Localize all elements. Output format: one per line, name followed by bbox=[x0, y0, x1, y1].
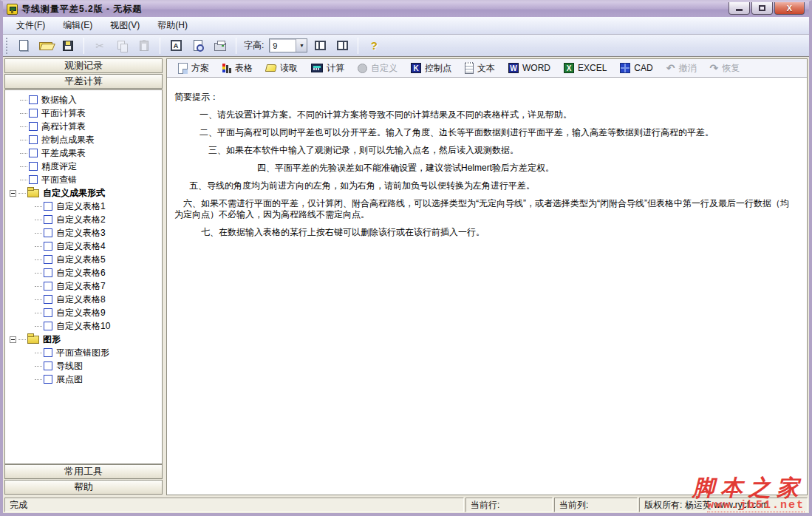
tree-item-point-plot[interactable]: 展点图 bbox=[10, 373, 162, 386]
checkbox-icon[interactable] bbox=[44, 215, 52, 224]
checkbox-icon[interactable] bbox=[44, 202, 52, 211]
tree-item-custom-table-1[interactable]: 自定义表格1 bbox=[10, 200, 162, 213]
font-size-combobox[interactable]: 9 ▼ bbox=[269, 38, 307, 52]
calculator-icon bbox=[311, 64, 323, 72]
tree-item-custom-table-5[interactable]: 自定义表格5 bbox=[10, 253, 162, 266]
maximize-button[interactable] bbox=[751, 2, 773, 15]
word-export-button[interactable]: WWORD bbox=[502, 60, 557, 76]
status-message: 完成 bbox=[4, 498, 464, 512]
close-button[interactable]: X bbox=[774, 2, 805, 15]
toolbar-gripper[interactable] bbox=[6, 38, 8, 54]
checkbox-icon[interactable] bbox=[44, 228, 52, 237]
maximize-icon bbox=[759, 5, 765, 11]
app-window: 导线测量平差5.2版 - 无标题 X 文件(F) 编辑(E) 视图(V) 帮助(… bbox=[0, 0, 812, 516]
minimize-button[interactable] bbox=[729, 2, 750, 15]
checkbox-icon[interactable] bbox=[29, 175, 38, 184]
font-letter-icon: A bbox=[171, 40, 182, 51]
cad-export-button[interactable]: CAD bbox=[613, 60, 659, 76]
checkbox-icon[interactable] bbox=[44, 282, 52, 291]
sidebar-button-adjustment-calc[interactable]: 平差计算 bbox=[4, 74, 163, 89]
checkbox-icon[interactable] bbox=[29, 135, 38, 144]
tree-item-adjustment-results[interactable]: 平差成果表 bbox=[10, 146, 162, 160]
menu-edit[interactable]: 编辑(E) bbox=[54, 17, 101, 34]
toolbar-separator bbox=[236, 38, 236, 54]
excel-export-button[interactable]: XEXCEL bbox=[557, 60, 613, 76]
status-copyright: 版权所有: 杨运英 www.rycf.com bbox=[639, 498, 808, 512]
collapse-icon[interactable] bbox=[10, 190, 16, 197]
font-settings-button[interactable]: A bbox=[166, 37, 185, 55]
calculate-button[interactable]: 计算 bbox=[304, 60, 351, 76]
custom-icon bbox=[358, 64, 367, 73]
toggle-left-panel-button[interactable] bbox=[310, 37, 330, 55]
checkbox-icon[interactable] bbox=[44, 361, 52, 370]
tree-item-elevation-calc-table[interactable]: 高程计算表 bbox=[10, 120, 162, 133]
control-point-icon: K bbox=[411, 63, 421, 73]
help-button[interactable]: ? bbox=[364, 37, 383, 55]
tree-item-traverse-map[interactable]: 导线图 bbox=[10, 359, 162, 373]
checkbox-icon[interactable] bbox=[44, 375, 52, 384]
font-size-label: 字高: bbox=[244, 39, 264, 52]
checkbox-icon[interactable] bbox=[29, 109, 38, 118]
tree-item-plane-error-check[interactable]: 平面查错 bbox=[10, 173, 162, 186]
control-point-button[interactable]: K控制点 bbox=[404, 60, 458, 76]
sidebar-button-help[interactable]: 帮助 bbox=[4, 480, 163, 495]
menu-view[interactable]: 视图(V) bbox=[101, 17, 149, 34]
tree-item-custom-table-8[interactable]: 自定义表格8 bbox=[10, 293, 162, 306]
tree-item-custom-table-9[interactable]: 自定义表格9 bbox=[10, 306, 162, 319]
print-button[interactable] bbox=[211, 37, 230, 55]
checkbox-icon[interactable] bbox=[44, 255, 52, 264]
scheme-button[interactable]: 方案 bbox=[171, 60, 216, 76]
copy-button bbox=[112, 37, 132, 55]
status-bar: 完成 当前行: 当前列: 版权所有: 杨运英 www.rycf.com bbox=[3, 497, 809, 513]
tree-item-custom-table-4[interactable]: 自定义表格4 bbox=[10, 240, 162, 253]
collapse-icon[interactable] bbox=[10, 336, 16, 343]
main-panel: 方案 表格 读取 计算 自定义 K控制点 文本 WWORD XEXCEL CAD… bbox=[166, 58, 808, 495]
layout-right-icon bbox=[337, 41, 348, 50]
redo-button: ↷恢复 bbox=[703, 60, 746, 76]
notepad-icon bbox=[465, 63, 474, 74]
app-icon bbox=[7, 4, 18, 15]
menu-file[interactable]: 文件(F) bbox=[7, 17, 54, 34]
checkbox-icon[interactable] bbox=[44, 308, 52, 317]
tree-folder-custom-results[interactable]: 自定义成果形式 bbox=[10, 186, 162, 200]
tree-item-plane-error-graphic[interactable]: 平面查错图形 bbox=[10, 346, 162, 359]
tree-item-custom-table-10[interactable]: 自定义表格10 bbox=[10, 319, 162, 333]
sidebar-button-common-tools[interactable]: 常用工具 bbox=[4, 464, 163, 479]
checkbox-icon[interactable] bbox=[44, 322, 52, 330]
preview-magnifier-icon bbox=[194, 40, 202, 51]
tree-item-plane-calc-table[interactable]: 平面计算表 bbox=[10, 106, 162, 120]
tree-item-custom-table-2[interactable]: 自定义表格2 bbox=[10, 213, 162, 226]
checkbox-icon[interactable] bbox=[29, 162, 38, 171]
toggle-right-panel-button[interactable] bbox=[332, 37, 352, 55]
table-chart-icon bbox=[222, 64, 231, 73]
tree-item-precision-eval[interactable]: 精度评定 bbox=[10, 160, 162, 173]
read-button[interactable]: 读取 bbox=[259, 60, 304, 76]
customize-button: 自定义 bbox=[351, 60, 404, 76]
font-size-value: 9 bbox=[270, 41, 296, 50]
checkbox-icon[interactable] bbox=[29, 95, 38, 104]
tree-item-custom-table-3[interactable]: 自定义表格3 bbox=[10, 226, 162, 240]
tree-item-custom-table-6[interactable]: 自定义表格6 bbox=[10, 266, 162, 279]
tree-item-custom-table-7[interactable]: 自定义表格7 bbox=[10, 279, 162, 293]
open-folder-icon bbox=[39, 41, 52, 50]
copy-icon bbox=[117, 41, 127, 51]
chevron-down-icon[interactable]: ▼ bbox=[296, 39, 307, 52]
text-export-button[interactable]: 文本 bbox=[458, 60, 502, 76]
open-file-button[interactable] bbox=[36, 37, 55, 55]
checkbox-icon[interactable] bbox=[29, 149, 38, 157]
save-button[interactable] bbox=[58, 37, 78, 55]
table-button[interactable]: 表格 bbox=[216, 60, 259, 76]
menu-help[interactable]: 帮助(H) bbox=[149, 17, 197, 34]
checkbox-icon[interactable] bbox=[44, 295, 52, 304]
tree-item-data-input[interactable]: 数据输入 bbox=[10, 93, 162, 106]
tree-folder-graphics[interactable]: 图形 bbox=[10, 333, 162, 346]
checkbox-icon[interactable] bbox=[44, 242, 52, 251]
tree-item-control-point-results[interactable]: 控制点成果表 bbox=[10, 133, 162, 146]
print-preview-button[interactable] bbox=[188, 37, 208, 55]
new-file-button[interactable] bbox=[14, 37, 33, 55]
checkbox-icon[interactable] bbox=[44, 348, 52, 357]
sidebar-button-observation-records[interactable]: 观测记录 bbox=[4, 58, 163, 73]
tips-heading: 简要提示： bbox=[174, 92, 796, 103]
checkbox-icon[interactable] bbox=[44, 268, 52, 277]
checkbox-icon[interactable] bbox=[29, 122, 38, 131]
